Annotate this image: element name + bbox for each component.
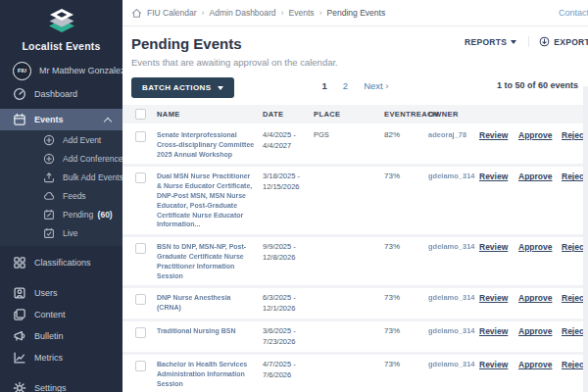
review-link[interactable]: Review: [479, 293, 518, 303]
column-header-eventreach[interactable]: EVENTREACH: [384, 110, 428, 119]
page-1: 1: [322, 80, 327, 91]
breadcrumb-separator: ›: [281, 8, 284, 18]
pending-events-table: NAME DATE PLACE EVENTREACH OWNER Senate …: [122, 105, 588, 392]
sidebar-item-add-conference[interactable]: Add Conference: [0, 149, 122, 168]
page-2[interactable]: 2: [343, 80, 348, 91]
pages-icon: [13, 308, 26, 321]
brand-name: Localist Events: [0, 40, 122, 52]
column-header-owner[interactable]: OWNER: [428, 110, 479, 119]
breadcrumb-fiu-calendar[interactable]: FIU Calendar: [147, 8, 197, 18]
upload-icon: [43, 172, 55, 183]
sidebar-item-content[interactable]: Content: [0, 304, 122, 325]
event-name-link[interactable]: Senate Interprofessional Cross-disciplin…: [157, 130, 263, 159]
event-name-link[interactable]: DNP Nurse Anesthesia (CRNA): [157, 293, 263, 313]
review-link[interactable]: Review: [479, 242, 518, 252]
sidebar-item-pending[interactable]: Pending (60): [0, 205, 122, 223]
owner-link[interactable]: gdelamo_314: [428, 326, 479, 335]
sidebar-item-users[interactable]: Users: [0, 282, 122, 304]
breadcrumb-events[interactable]: Events: [289, 8, 315, 18]
calendar-pending-icon: [43, 209, 55, 220]
calendar-icon: [13, 113, 26, 126]
event-name-link[interactable]: Traditional Nursing BSN: [157, 326, 263, 336]
sidebar-item-add-event[interactable]: Add Event: [0, 130, 122, 149]
toolbar: BATCH ACTIONS 1 2 Next › 1 to 50 of 60 e…: [122, 68, 588, 105]
breadcrumb-separator: ›: [319, 8, 322, 18]
grid-icon: [13, 256, 26, 270]
sidebar-item-events[interactable]: Events: [0, 109, 122, 130]
table-row: Bachelor in Health Services Administrati…: [122, 355, 588, 392]
sidebar-item-bulk-add-events[interactable]: Bulk Add Events: [0, 168, 122, 186]
select-all-checkbox[interactable]: [135, 109, 146, 120]
home-icon: [131, 8, 142, 19]
gear-icon: [13, 381, 26, 392]
row-checkbox[interactable]: [135, 172, 146, 183]
sidebar-item-dashboard[interactable]: Dashboard: [0, 83, 122, 105]
sidebar-item-classifications[interactable]: Classifications: [0, 252, 122, 273]
dashboard-icon: [13, 87, 26, 101]
sidebar-user[interactable]: FIU Mr Matthew Gonzalez: [0, 58, 122, 83]
breadcrumb-separator: ›: [202, 8, 205, 18]
main-content: FIU Calendar › Admin Dashboard › Events …: [122, 0, 588, 392]
review-link[interactable]: Review: [479, 360, 518, 369]
user-name: Mr Matthew Gonzalez: [39, 66, 122, 75]
chart-icon: [13, 351, 26, 365]
review-link[interactable]: Review: [479, 172, 518, 181]
table-row: BSN to DNP, MSN-NP, Post-Graduate Certif…: [122, 237, 588, 288]
column-header-place[interactable]: PLACE: [314, 110, 384, 119]
row-checkbox[interactable]: [135, 327, 146, 338]
reports-button[interactable]: REPORTS: [453, 37, 528, 47]
sidebar-item-metrics[interactable]: Metrics: [0, 347, 122, 368]
calendar-live-icon: [43, 227, 55, 239]
breadcrumb-pending-events: Pending Events: [327, 8, 386, 18]
sidebar-item-settings[interactable]: Settings: [0, 377, 122, 392]
approve-link[interactable]: Approve: [518, 242, 562, 252]
column-header-date[interactable]: DATE: [263, 110, 314, 119]
sidebar-item-bulletin[interactable]: Bulletin: [0, 325, 122, 347]
event-name-link[interactable]: Dual MSN Nurse Practitioner & Nurse Educ…: [157, 172, 263, 229]
sidebar-item-feeds[interactable]: Feeds: [0, 186, 122, 205]
approve-link[interactable]: Approve: [518, 360, 562, 369]
table-row: Dual MSN Nurse Practitioner & Nurse Educ…: [122, 167, 588, 237]
megaphone-icon: [13, 329, 26, 343]
breadcrumb-admin-dashboard[interactable]: Admin Dashboard: [210, 8, 276, 18]
review-link[interactable]: Review: [479, 130, 518, 140]
approve-link[interactable]: Approve: [518, 130, 562, 140]
topbar: FIU Calendar › Admin Dashboard › Events …: [122, 0, 588, 26]
owner-link[interactable]: gdelamo_314: [428, 293, 479, 302]
row-checkbox[interactable]: [135, 131, 146, 142]
page-subtitle: Events that are awaiting approval on the…: [131, 57, 579, 68]
sidebar-item-live[interactable]: Live: [0, 223, 122, 242]
row-checkbox[interactable]: [135, 361, 146, 371]
row-checkbox[interactable]: [135, 294, 146, 305]
owner-link[interactable]: gdelamo_314: [428, 172, 479, 180]
avatar: FIU: [13, 62, 31, 80]
pending-count: (60): [98, 210, 113, 220]
table-row: DNP Nurse Anesthesia (CRNA) 6/3/2025 - 1…: [122, 288, 588, 321]
events-section: Events Add Event Add Conference: [0, 109, 122, 246]
review-link[interactable]: Review: [479, 326, 518, 336]
export-icon: [539, 36, 550, 47]
approve-link[interactable]: Approve: [518, 293, 562, 303]
column-header-name[interactable]: NAME: [157, 110, 263, 119]
contact-link[interactable]: Contact: [559, 8, 588, 18]
app-window: Localist Events FIU Mr Matthew Gonzalez …: [0, 0, 588, 392]
approve-link[interactable]: Approve: [518, 326, 562, 336]
cloud-icon: [43, 190, 55, 202]
user-icon: [13, 286, 26, 300]
table-row: Senate Interprofessional Cross-disciplin…: [122, 125, 588, 167]
owner-link[interactable]: gdelamo_314: [428, 360, 479, 368]
approve-link[interactable]: Approve: [518, 172, 562, 181]
vertical-scrollbar[interactable]: [583, 86, 588, 392]
plus-circle-icon: [43, 153, 55, 165]
results-count: 1 to 50 of 60 events: [497, 80, 578, 90]
next-page-link[interactable]: Next ›: [364, 80, 388, 91]
event-name-link[interactable]: Bachelor in Health Services Administrati…: [157, 360, 263, 388]
export-button[interactable]: EXPORT: [528, 36, 588, 47]
table-header-row: NAME DATE PLACE EVENTREACH OWNER: [122, 105, 588, 123]
owner-link[interactable]: adeoraj_78: [428, 130, 479, 139]
event-name-link[interactable]: BSN to DNP, MSN-NP, Post-Graduate Certif…: [157, 242, 263, 280]
row-checkbox[interactable]: [135, 243, 146, 254]
batch-actions-button[interactable]: BATCH ACTIONS: [131, 77, 234, 98]
pagination: 1 2 Next ›: [322, 80, 389, 91]
owner-link[interactable]: gdelamo_314: [428, 242, 479, 251]
